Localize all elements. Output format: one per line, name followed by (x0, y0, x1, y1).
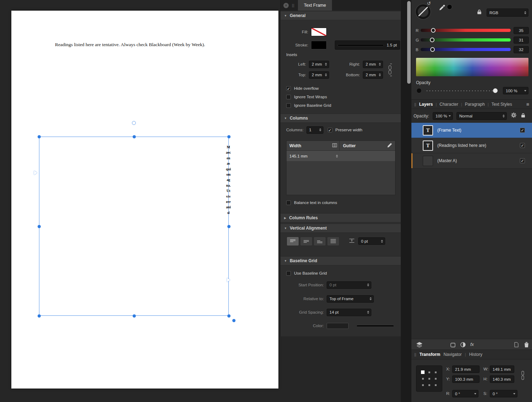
column-width-row[interactable]: 145.1 mm (287, 151, 395, 161)
h-field[interactable]: 140.3 mm (490, 375, 514, 383)
panel-grip-icon[interactable]: || (292, 3, 295, 7)
gear-icon[interactable] (511, 112, 516, 119)
anchor-point-bottom-center[interactable] (428, 384, 430, 386)
scrollbar-thumb[interactable] (407, 1, 411, 84)
stepper-icon[interactable] (365, 283, 369, 286)
panel-grip-icon[interactable]: || (414, 102, 416, 106)
section-header-column-rules[interactable]: ▶ Column Rules (281, 213, 401, 222)
transform-anchor-selector[interactable] (416, 365, 442, 392)
stepper-icon[interactable] (323, 73, 327, 76)
channel-b-knob[interactable] (430, 47, 435, 52)
stepper-icon[interactable] (317, 128, 321, 131)
tab-character[interactable]: Character (439, 102, 458, 107)
fill-swatch[interactable] (311, 28, 327, 36)
stepper-icon[interactable] (379, 240, 383, 243)
color-spectrum[interactable] (416, 58, 528, 76)
fill-color-wheel-icon[interactable] (416, 4, 431, 19)
selection-handle-top-left[interactable] (38, 135, 41, 138)
hide-overflow-checkbox[interactable] (286, 86, 291, 91)
section-header-vertical-alignment[interactable]: ▼ Vertical Alignment (281, 224, 401, 233)
rotation-handle[interactable] (132, 121, 136, 125)
close-icon[interactable]: × (283, 3, 289, 8)
tab-layers[interactable]: Layers (419, 102, 433, 107)
selection-handle-bottom-center[interactable] (133, 314, 136, 318)
document-page[interactable]: Readings listed here are tentative. Alwa… (11, 11, 278, 389)
columns-count-field[interactable]: 1 (306, 126, 323, 134)
lock-icon[interactable] (477, 9, 482, 16)
valign-bottom-button[interactable] (314, 237, 326, 246)
stroke-width-control[interactable]: 1.5 pt (335, 40, 400, 50)
section-header-columns[interactable]: ▼ Columns (281, 114, 401, 123)
layer-row-readings[interactable]: T (Readings listed here are) (411, 138, 532, 153)
stroke-swatch[interactable] (311, 41, 327, 49)
layer-visibility-checkbox[interactable] (520, 143, 525, 148)
color-mode-dropdown[interactable]: RGB (487, 9, 528, 17)
layer-row-frame-text[interactable]: T (Frame Text) (411, 123, 532, 138)
stepper-icon[interactable] (377, 63, 381, 66)
panel-grip-icon[interactable]: || (414, 352, 416, 357)
lock-icon[interactable] (521, 113, 525, 119)
tab-text-frame[interactable]: Text Frame (298, 0, 332, 11)
ignore-baseline-grid-checkbox[interactable] (286, 103, 291, 108)
trash-icon[interactable] (524, 342, 529, 349)
flow-in-marker-triangle[interactable] (34, 171, 37, 175)
grid-spacing-field[interactable]: 14 pt (327, 309, 371, 316)
valign-center-button[interactable] (300, 237, 312, 246)
rotation-dropdown[interactable]: 0 ° (452, 390, 478, 397)
tab-history[interactable]: History (469, 352, 482, 357)
valign-top-button[interactable] (287, 237, 299, 246)
channel-g-field[interactable]: 31 (514, 37, 529, 44)
baseline-color-swatch[interactable] (327, 323, 349, 329)
anchor-point-top-right[interactable] (435, 371, 437, 373)
mask-icon[interactable] (450, 342, 455, 349)
section-header-general[interactable]: ▼ General (281, 11, 401, 20)
layers-stack-icon[interactable] (416, 342, 422, 349)
channel-b-field[interactable]: 32 (514, 46, 529, 53)
flow-out-marker-triangle[interactable] (227, 278, 230, 282)
adjustment-icon[interactable] (460, 342, 466, 349)
tab-text-styles[interactable]: Text Styles (492, 102, 512, 107)
frame-resize-handle[interactable] (232, 319, 235, 322)
anchor-point-top-left[interactable] (421, 370, 425, 374)
opacity-slider-knob[interactable] (493, 88, 498, 93)
selection-handle-top-right[interactable] (227, 135, 231, 138)
opacity-dropdown[interactable]: 100 % (503, 87, 528, 94)
layer-opacity-dropdown[interactable]: 100 % (433, 112, 453, 120)
balance-columns-checkbox[interactable] (286, 200, 291, 205)
tab-transform[interactable]: Transform (420, 352, 440, 357)
anchor-point-top-center[interactable] (428, 371, 430, 373)
stepper-icon[interactable] (365, 311, 369, 314)
selection-handle-top-center[interactable] (133, 135, 136, 138)
relative-to-dropdown[interactable]: Top of Frame (327, 295, 374, 303)
panel-menu-icon[interactable]: ≡ (526, 101, 529, 107)
baseline-stroke-preview[interactable] (357, 325, 394, 326)
fx-icon[interactable]: fx (470, 342, 474, 347)
anchor-point-bottom-left[interactable] (422, 384, 424, 386)
start-position-field[interactable]: 0 pt (327, 281, 371, 289)
anchor-point-center[interactable] (428, 378, 430, 380)
preserve-width-checkbox[interactable] (328, 128, 332, 132)
insets-link-icon[interactable] (387, 62, 392, 79)
selection-handle-bottom-right[interactable] (227, 314, 231, 318)
use-baseline-grid-checkbox[interactable] (286, 271, 291, 276)
selection-handle-mid-left[interactable] (38, 225, 41, 228)
inset-right-field[interactable]: 2 mm (363, 61, 383, 68)
text-frame-selection[interactable] (39, 137, 229, 316)
channel-g-knob[interactable] (430, 38, 434, 42)
edit-pencil-icon[interactable] (387, 143, 392, 149)
tab-navigator[interactable]: Navigator (443, 352, 461, 357)
swap-colors-icon[interactable]: ↺ (427, 1, 431, 6)
x-field[interactable]: 21.9 mm (452, 365, 480, 373)
shear-dropdown[interactable]: 0 ° (490, 390, 517, 397)
tab-paragraph[interactable]: Paragraph (465, 102, 485, 107)
inset-bottom-field[interactable]: 2 mm (363, 71, 383, 79)
channel-r-knob[interactable] (431, 28, 436, 33)
eyedropper-icon[interactable] (439, 4, 445, 12)
inset-left-field[interactable]: 2 mm (309, 61, 329, 68)
stepper-icon[interactable] (377, 73, 381, 76)
layer-visibility-checkbox[interactable] (520, 128, 525, 133)
stepper-icon[interactable] (323, 63, 327, 66)
anchor-point-mid-right[interactable] (435, 378, 437, 380)
section-header-baseline-grid[interactable]: ▼ Baseline Grid (281, 256, 401, 265)
stepper-icon[interactable] (334, 155, 338, 158)
